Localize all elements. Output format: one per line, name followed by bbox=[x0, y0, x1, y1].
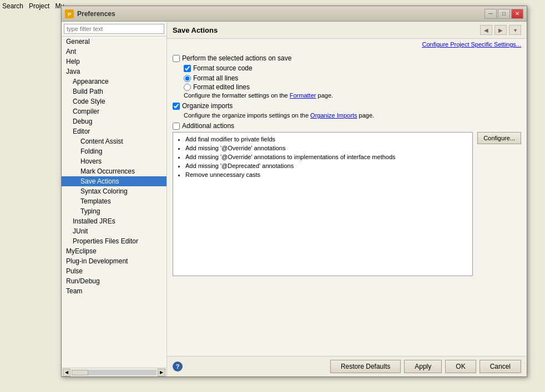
additional-actions-label: Additional actions bbox=[182, 122, 234, 130]
tree-item-pulse[interactable]: Pulse bbox=[62, 266, 166, 276]
tree-item-build-path[interactable]: Build Path bbox=[62, 86, 166, 96]
window-icon: P bbox=[65, 9, 74, 18]
organize-imports-link[interactable]: Organize Imports bbox=[310, 112, 357, 119]
scroll-track[interactable] bbox=[72, 370, 157, 375]
tree-item-templates[interactable]: Templates bbox=[62, 196, 166, 206]
list-item: Add missing '@Deprecated' annotations bbox=[185, 161, 469, 170]
perform-on-save-checkbox[interactable] bbox=[173, 55, 180, 62]
tree-item-mark-occurrences[interactable]: Mark Occurrences bbox=[62, 166, 166, 176]
format-all-lines-row: Format all lines bbox=[173, 74, 521, 82]
tree-panel: GeneralAntHelpJavaAppearanceBuild PathCo… bbox=[62, 22, 167, 376]
format-source-label: Format source code bbox=[193, 64, 253, 72]
tree-item-general[interactable]: General bbox=[62, 37, 166, 47]
tree-item-junit[interactable]: JUnit bbox=[62, 226, 166, 236]
format-all-label: Format all lines bbox=[193, 74, 238, 82]
close-button[interactable]: ✕ bbox=[511, 9, 523, 19]
tree-item-appearance[interactable]: Appearance bbox=[62, 77, 166, 86]
tree-item-folding[interactable]: Folding bbox=[62, 146, 166, 156]
scroll-thumb[interactable] bbox=[72, 370, 88, 375]
preferences-window: P Preferences ─ □ ✕ GeneralAntHelpJavaAp… bbox=[61, 6, 527, 377]
right-panel: Save Actions ◀ ▶ ▾ Configure Project Spe… bbox=[167, 22, 527, 376]
organize-imports-text: Configure the organize imports settings … bbox=[173, 112, 521, 119]
tree-item-content-assist[interactable]: Content Assist bbox=[62, 136, 166, 146]
tree-item-java[interactable]: Java bbox=[62, 67, 166, 77]
tree-item-properties-files-editor[interactable]: Properties Files Editor bbox=[62, 236, 166, 246]
panel-title: Save Actions bbox=[173, 26, 480, 34]
configure-project-link[interactable]: Configure Project Specific Settings... bbox=[167, 39, 527, 49]
maximize-button[interactable]: □ bbox=[498, 9, 510, 19]
tree-item-help[interactable]: Help bbox=[62, 57, 166, 67]
cancel-button[interactable]: Cancel bbox=[480, 360, 521, 373]
organize-imports-checkbox[interactable] bbox=[173, 103, 180, 110]
list-item: Add missing '@Override' annotations bbox=[185, 144, 469, 152]
tree-item-typing[interactable]: Typing bbox=[62, 206, 166, 216]
scroll-left-arrow[interactable]: ◀ bbox=[63, 369, 70, 376]
menu-project[interactable]: Project bbox=[29, 2, 49, 10]
tree-item-run/debug[interactable]: Run/Debug bbox=[62, 276, 166, 286]
tree-item-team[interactable]: Team bbox=[62, 286, 166, 296]
configure-button[interactable]: Configure... bbox=[477, 132, 521, 144]
additional-actions-section: Add final modifier to private fieldsAdd … bbox=[173, 132, 521, 276]
horizontal-scrollbar[interactable]: ◀ ▶ bbox=[62, 368, 166, 376]
format-all-radio[interactable] bbox=[184, 75, 191, 82]
organize-imports-row: Organize imports bbox=[173, 102, 521, 110]
restore-defaults-button[interactable]: Restore Defaults bbox=[330, 360, 401, 373]
tree-item-myeclipse[interactable]: MyEclipse bbox=[62, 246, 166, 256]
bottom-bar: ? Restore Defaults Apply OK Cancel bbox=[167, 356, 527, 376]
help-icon[interactable]: ? bbox=[173, 362, 183, 371]
panel-nav: ◀ ▶ ▾ bbox=[480, 25, 521, 35]
formatter-link[interactable]: Formatter bbox=[290, 92, 316, 99]
apply-button[interactable]: Apply bbox=[404, 360, 442, 373]
nav-menu-button[interactable]: ▾ bbox=[509, 25, 521, 35]
minimize-button[interactable]: ─ bbox=[485, 9, 497, 19]
nav-back-button[interactable]: ◀ bbox=[480, 25, 492, 35]
format-edited-label: Format edited lines bbox=[193, 83, 250, 91]
tree-item-hovers[interactable]: Hovers bbox=[62, 156, 166, 166]
format-source-row: Format source code bbox=[173, 64, 521, 72]
tree-item-debug[interactable]: Debug bbox=[62, 116, 166, 126]
list-item: Add missing '@Override' annotations to i… bbox=[185, 152, 469, 161]
title-bar: P Preferences ─ □ ✕ bbox=[62, 6, 527, 22]
organize-imports-label: Organize imports bbox=[182, 102, 233, 110]
menu-search[interactable]: Search bbox=[2, 2, 23, 10]
svg-text:P: P bbox=[68, 12, 71, 17]
tree-item-plug-in-development[interactable]: Plug-in Development bbox=[62, 256, 166, 266]
list-item: Add final modifier to private fields bbox=[185, 135, 469, 144]
panel-header: Save Actions ◀ ▶ ▾ bbox=[167, 22, 527, 39]
filter-input[interactable] bbox=[64, 24, 164, 34]
format-edited-lines-row: Format edited lines bbox=[173, 83, 521, 91]
nav-forward-button[interactable]: ▶ bbox=[494, 25, 507, 35]
format-source-checkbox[interactable] bbox=[184, 65, 191, 72]
format-edited-radio[interactable] bbox=[184, 84, 191, 91]
tree-item-save-actions[interactable]: Save Actions bbox=[62, 176, 166, 186]
ok-button[interactable]: OK bbox=[445, 360, 476, 373]
window-controls: ─ □ ✕ bbox=[485, 9, 523, 19]
tree-item-compiler[interactable]: Compiler bbox=[62, 106, 166, 116]
tree-item-syntax-coloring[interactable]: Syntax Coloring bbox=[62, 186, 166, 196]
tree-item-editor[interactable]: Editor bbox=[62, 126, 166, 136]
additional-actions-checkbox[interactable] bbox=[173, 123, 180, 130]
filter-box bbox=[62, 22, 166, 37]
panel-body: Perform the selected actions on save For… bbox=[167, 49, 527, 356]
additional-actions-row: Additional actions bbox=[173, 122, 521, 130]
formatter-settings-text: Configure the formatter settings on the … bbox=[173, 92, 521, 99]
scroll-right-arrow[interactable]: ▶ bbox=[158, 369, 165, 376]
perform-on-save-row: Perform the selected actions on save bbox=[173, 54, 521, 62]
window-title: Preferences bbox=[77, 10, 485, 18]
perform-on-save-label: Perform the selected actions on save bbox=[182, 54, 291, 62]
tree-item-ant[interactable]: Ant bbox=[62, 47, 166, 57]
tree-item-code-style[interactable]: Code Style bbox=[62, 96, 166, 106]
tree-item-installed-jres[interactable]: Installed JREs bbox=[62, 216, 166, 226]
tree-area: GeneralAntHelpJavaAppearanceBuild PathCo… bbox=[62, 37, 166, 368]
list-item: Remove unnecessary casts bbox=[185, 170, 469, 179]
actions-listbox[interactable]: Add final modifier to private fieldsAdd … bbox=[173, 132, 473, 276]
